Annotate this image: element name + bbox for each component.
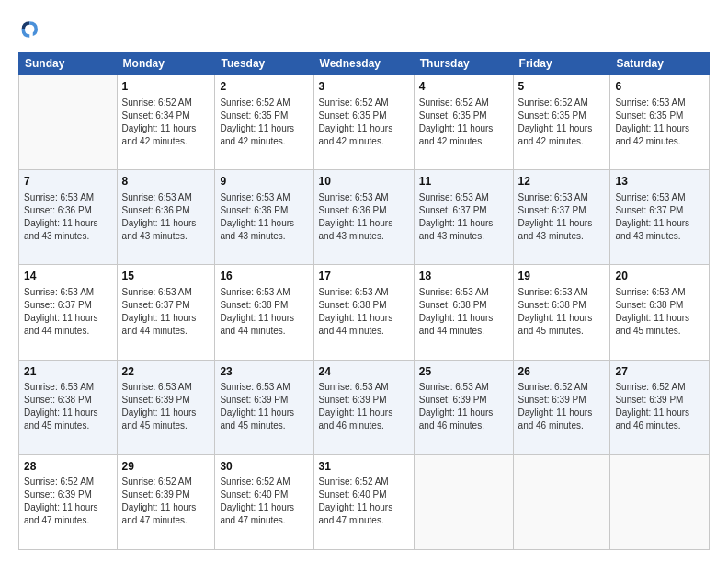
day-number: 14 — [24, 269, 112, 284]
day-number: 21 — [24, 364, 112, 380]
day-number: 7 — [24, 174, 112, 190]
calendar-cell: 5Sunrise: 6:52 AMSunset: 6:35 PMDaylight… — [513, 75, 610, 170]
calendar-cell: 11Sunrise: 6:53 AMSunset: 6:37 PMDayligh… — [414, 170, 513, 265]
day-number: 25 — [419, 364, 508, 380]
calendar-cell: 29Sunrise: 6:52 AMSunset: 6:39 PMDayligh… — [117, 454, 215, 549]
calendar-week-2: 7Sunrise: 6:53 AMSunset: 6:36 PMDaylight… — [19, 170, 710, 265]
day-number: 29 — [122, 459, 210, 475]
calendar-cell: 17Sunrise: 6:53 AMSunset: 6:38 PMDayligh… — [313, 265, 414, 360]
day-number: 13 — [615, 174, 704, 190]
day-info: Sunrise: 6:53 AMSunset: 6:36 PMDaylight:… — [24, 191, 112, 243]
calendar-cell: 14Sunrise: 6:53 AMSunset: 6:37 PMDayligh… — [19, 265, 118, 360]
day-number: 3 — [319, 79, 409, 95]
day-number: 8 — [122, 174, 210, 190]
day-number: 16 — [220, 269, 308, 284]
page: SundayMondayTuesdayWednesdayThursdayFrid… — [0, 0, 728, 563]
day-info: Sunrise: 6:52 AMSunset: 6:39 PMDaylight:… — [122, 476, 210, 527]
logo — [18, 17, 48, 42]
calendar-cell: 27Sunrise: 6:52 AMSunset: 6:39 PMDayligh… — [610, 360, 710, 454]
day-info: Sunrise: 6:52 AMSunset: 6:40 PMDaylight:… — [319, 476, 409, 527]
day-info: Sunrise: 6:53 AMSunset: 6:36 PMDaylight:… — [319, 191, 409, 243]
day-number: 19 — [518, 269, 606, 284]
calendar-cell: 24Sunrise: 6:53 AMSunset: 6:39 PMDayligh… — [313, 360, 414, 454]
calendar-cell: 7Sunrise: 6:53 AMSunset: 6:36 PMDaylight… — [19, 170, 118, 265]
calendar-header-wednesday: Wednesday — [313, 52, 414, 75]
calendar-cell: 18Sunrise: 6:53 AMSunset: 6:38 PMDayligh… — [414, 265, 513, 360]
day-info: Sunrise: 6:53 AMSunset: 6:38 PMDaylight:… — [220, 286, 308, 338]
day-number: 17 — [319, 269, 409, 284]
day-info: Sunrise: 6:53 AMSunset: 6:36 PMDaylight:… — [220, 191, 308, 243]
calendar-header-saturday: Saturday — [610, 52, 710, 75]
calendar-header-sunday: Sunday — [19, 52, 118, 75]
day-info: Sunrise: 6:52 AMSunset: 6:39 PMDaylight:… — [518, 381, 606, 432]
day-number: 20 — [615, 269, 704, 284]
calendar-cell: 9Sunrise: 6:53 AMSunset: 6:36 PMDaylight… — [215, 170, 313, 265]
calendar-cell: 13Sunrise: 6:53 AMSunset: 6:37 PMDayligh… — [610, 170, 710, 265]
day-info: Sunrise: 6:53 AMSunset: 6:37 PMDaylight:… — [518, 191, 606, 243]
calendar-cell: 15Sunrise: 6:53 AMSunset: 6:37 PMDayligh… — [117, 265, 215, 360]
day-info: Sunrise: 6:52 AMSunset: 6:35 PMDaylight:… — [419, 97, 508, 148]
day-number: 15 — [122, 269, 210, 284]
day-info: Sunrise: 6:53 AMSunset: 6:38 PMDaylight:… — [518, 286, 606, 338]
calendar-cell: 21Sunrise: 6:53 AMSunset: 6:38 PMDayligh… — [19, 360, 118, 454]
day-number: 6 — [615, 79, 704, 95]
calendar-cell: 2Sunrise: 6:52 AMSunset: 6:35 PMDaylight… — [215, 75, 313, 170]
day-info: Sunrise: 6:53 AMSunset: 6:37 PMDaylight:… — [615, 191, 704, 243]
day-info: Sunrise: 6:53 AMSunset: 6:36 PMDaylight:… — [122, 191, 210, 243]
calendar-header-tuesday: Tuesday — [215, 52, 313, 75]
calendar-cell: 4Sunrise: 6:52 AMSunset: 6:35 PMDaylight… — [414, 75, 513, 170]
calendar-header-friday: Friday — [513, 52, 610, 75]
day-info: Sunrise: 6:52 AMSunset: 6:35 PMDaylight:… — [319, 97, 409, 148]
day-number: 2 — [220, 79, 308, 95]
day-info: Sunrise: 6:53 AMSunset: 6:38 PMDaylight:… — [319, 286, 409, 338]
day-info: Sunrise: 6:53 AMSunset: 6:38 PMDaylight:… — [24, 381, 112, 432]
day-number: 4 — [419, 79, 508, 95]
day-info: Sunrise: 6:53 AMSunset: 6:39 PMDaylight:… — [319, 381, 409, 432]
calendar-cell: 26Sunrise: 6:52 AMSunset: 6:39 PMDayligh… — [513, 360, 610, 454]
day-number: 23 — [220, 364, 308, 380]
day-number: 11 — [419, 174, 508, 190]
calendar-cell: 10Sunrise: 6:53 AMSunset: 6:36 PMDayligh… — [313, 170, 414, 265]
day-info: Sunrise: 6:53 AMSunset: 6:37 PMDaylight:… — [419, 191, 508, 243]
day-number: 30 — [220, 459, 308, 475]
day-info: Sunrise: 6:53 AMSunset: 6:39 PMDaylight:… — [122, 381, 210, 432]
day-number: 28 — [24, 459, 112, 475]
day-number: 9 — [220, 174, 308, 190]
day-number: 1 — [122, 79, 210, 95]
day-number: 27 — [615, 364, 704, 380]
calendar-cell: 25Sunrise: 6:53 AMSunset: 6:39 PMDayligh… — [414, 360, 513, 454]
calendar-cell — [513, 454, 610, 549]
calendar-cell: 6Sunrise: 6:53 AMSunset: 6:35 PMDaylight… — [610, 75, 710, 170]
calendar-week-1: 1Sunrise: 6:52 AMSunset: 6:34 PMDaylight… — [19, 75, 710, 170]
calendar-week-3: 14Sunrise: 6:53 AMSunset: 6:37 PMDayligh… — [19, 265, 710, 360]
calendar-cell — [19, 75, 118, 170]
calendar-header-monday: Monday — [117, 52, 215, 75]
day-info: Sunrise: 6:53 AMSunset: 6:38 PMDaylight:… — [615, 286, 704, 338]
calendar-cell: 1Sunrise: 6:52 AMSunset: 6:34 PMDaylight… — [117, 75, 215, 170]
day-info: Sunrise: 6:53 AMSunset: 6:37 PMDaylight:… — [24, 286, 112, 338]
calendar-header-row: SundayMondayTuesdayWednesdayThursdayFrid… — [19, 52, 710, 75]
day-number: 31 — [319, 459, 409, 475]
header — [18, 17, 710, 42]
calendar-cell: 8Sunrise: 6:53 AMSunset: 6:36 PMDaylight… — [117, 170, 215, 265]
calendar-cell: 12Sunrise: 6:53 AMSunset: 6:37 PMDayligh… — [513, 170, 610, 265]
calendar-cell: 22Sunrise: 6:53 AMSunset: 6:39 PMDayligh… — [117, 360, 215, 454]
calendar-cell: 28Sunrise: 6:52 AMSunset: 6:39 PMDayligh… — [19, 454, 118, 549]
day-info: Sunrise: 6:52 AMSunset: 6:39 PMDaylight:… — [615, 381, 704, 432]
day-number: 10 — [319, 174, 409, 190]
day-info: Sunrise: 6:53 AMSunset: 6:39 PMDaylight:… — [220, 381, 308, 432]
calendar-cell: 3Sunrise: 6:52 AMSunset: 6:35 PMDaylight… — [313, 75, 414, 170]
logo-icon — [18, 17, 44, 42]
day-info: Sunrise: 6:53 AMSunset: 6:38 PMDaylight:… — [419, 286, 508, 338]
day-info: Sunrise: 6:52 AMSunset: 6:35 PMDaylight:… — [518, 97, 606, 148]
day-info: Sunrise: 6:52 AMSunset: 6:39 PMDaylight:… — [24, 476, 112, 527]
calendar-week-4: 21Sunrise: 6:53 AMSunset: 6:38 PMDayligh… — [19, 360, 710, 454]
day-info: Sunrise: 6:53 AMSunset: 6:39 PMDaylight:… — [419, 381, 508, 432]
calendar-table: SundayMondayTuesdayWednesdayThursdayFrid… — [18, 52, 710, 550]
day-number: 18 — [419, 269, 508, 284]
calendar-cell: 23Sunrise: 6:53 AMSunset: 6:39 PMDayligh… — [215, 360, 313, 454]
calendar-header-thursday: Thursday — [414, 52, 513, 75]
calendar-cell: 20Sunrise: 6:53 AMSunset: 6:38 PMDayligh… — [610, 265, 710, 360]
day-number: 12 — [518, 174, 606, 190]
calendar-cell — [414, 454, 513, 549]
